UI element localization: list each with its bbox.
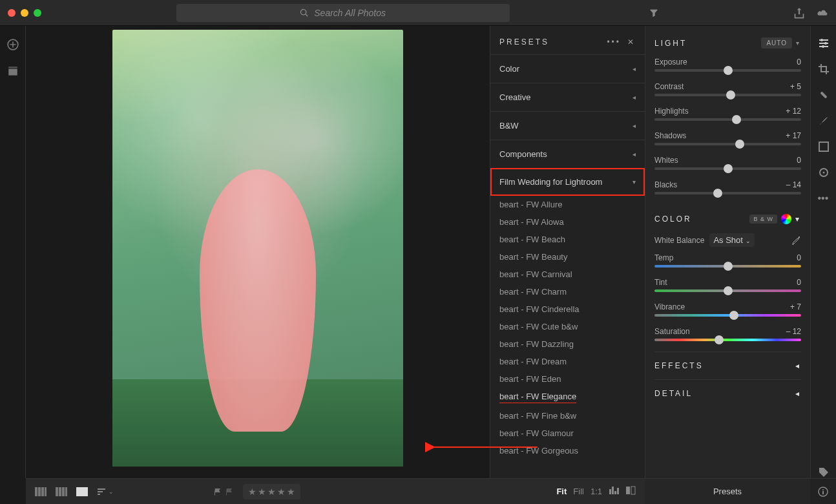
slider-thumb[interactable] [732,115,741,124]
preset-item[interactable]: beart - FW Charm [490,283,645,300]
zoom-1to1-button[interactable]: 1:1 [590,487,602,496]
window-controls [8,9,41,17]
preset-group[interactable]: Color◂ [490,54,645,83]
star-icon[interactable]: ★ [277,487,286,497]
zoom-fit-button[interactable]: Fit [556,487,567,496]
chevron-down-icon[interactable]: ▾ [796,39,801,47]
search-icon [300,8,309,17]
preset-group[interactable]: Creative◂ [490,83,645,111]
color-wheel-icon[interactable] [781,214,791,224]
slider-thumb[interactable] [726,90,735,100]
slider-track[interactable] [654,69,801,72]
svg-point-5 [824,42,827,45]
image-canvas[interactable] [26,26,490,478]
share-icon[interactable] [793,7,805,19]
preset-item[interactable]: beart - FW Carnival [490,266,645,283]
compare-view-button[interactable] [56,487,67,496]
more-tools-icon[interactable]: ••• [818,193,830,204]
slider-label: Highlights [654,107,689,116]
before-after-icon[interactable] [625,485,636,496]
slider-whites: Whites0 [654,156,801,170]
slider-thumb[interactable] [713,189,722,198]
close-window-icon[interactable] [8,9,16,17]
slider-saturation: Saturation– 12 [654,327,801,341]
album-icon[interactable] [7,66,19,78]
slider-label: Contrast [654,82,684,91]
grid-view-button[interactable] [35,487,47,496]
slider-track[interactable] [654,289,801,292]
slider-track[interactable] [654,143,801,145]
slider-thumb[interactable] [724,262,733,271]
preset-item[interactable]: beart - FW Eden [490,370,645,388]
bottom-presets-button[interactable]: Presets [645,478,810,504]
eyedropper-icon[interactable] [791,235,801,246]
brush-icon[interactable] [818,115,830,127]
slider-thumb[interactable] [735,140,744,149]
linear-gradient-icon[interactable] [818,141,830,152]
tag-icon[interactable] [818,467,830,478]
slider-track[interactable] [654,265,801,268]
preset-item[interactable]: beart - FW Alowa [490,213,645,231]
search-input[interactable]: Search All Photos [176,4,510,22]
zoom-fill-button[interactable]: Fill [573,487,584,496]
slider-track[interactable] [654,118,801,121]
light-section-header[interactable]: LIGHT AUTO ▾ [654,26,801,54]
slider-track[interactable] [654,94,801,96]
color-section-header[interactable]: COLOR B & W ▾ [654,205,801,229]
flag-pick-icon[interactable] [213,487,222,496]
star-icon[interactable]: ★ [287,487,295,497]
preset-item[interactable]: beart - FW Cute b&w [490,318,645,335]
zoom-window-icon[interactable] [34,9,41,17]
preset-item[interactable]: beart - FW Gorgeous [490,442,645,459]
adjust-icon[interactable] [818,37,830,49]
presets-more-icon[interactable]: ••• [607,37,621,47]
minimize-window-icon[interactable] [21,9,28,17]
preset-item[interactable]: beart - FW Cinderella [490,300,645,318]
slider-thumb[interactable] [715,335,724,344]
preset-group-expanded[interactable]: Film Wedding for Lightroom ▾ [490,168,645,196]
preset-group-expanded-label: Film Wedding for Lightroom [499,177,602,187]
add-photo-icon[interactable] [7,39,19,50]
preset-group[interactable]: Components◂ [490,140,645,168]
white-balance-select[interactable]: As Shot ⌄ [709,233,754,247]
preset-item[interactable]: beart - FW Allure [490,196,645,213]
preset-item[interactable]: beart - FW Beach [490,231,645,248]
heal-icon[interactable] [818,89,830,101]
star-icon[interactable]: ★ [248,487,256,497]
star-icon[interactable]: ★ [258,487,266,497]
rating-stars[interactable]: ★★★★★ [243,484,300,499]
bottom-info-button[interactable] [810,478,836,504]
preset-item[interactable]: beart - FW Elegance [499,392,576,403]
preset-group[interactable]: B&W◂ [490,111,645,140]
auto-button[interactable]: AUTO [761,37,792,48]
preset-item[interactable]: beart - FW Dazzling [490,335,645,353]
histogram-icon[interactable] [609,485,619,496]
slider-label: Temp [654,253,673,262]
crop-icon[interactable] [818,63,830,75]
effects-section[interactable]: EFFECTS ◂ [654,352,801,379]
slider-shadows: Shadows+ 17 [654,131,801,145]
slider-thumb[interactable] [724,164,733,173]
radial-gradient-icon[interactable] [818,167,830,178]
preset-item[interactable]: beart - FW Beauty [490,248,645,266]
slider-thumb[interactable] [729,311,738,320]
preset-item[interactable]: beart - FW Dream [490,353,645,370]
slider-track[interactable] [654,339,801,341]
sort-button[interactable]: ⌄ [97,488,114,496]
slider-thumb[interactable] [724,66,733,75]
preset-item[interactable]: beart - FW Fine b&w [490,407,645,425]
detail-view-button[interactable] [76,487,88,496]
cloud-icon[interactable] [817,7,828,19]
preset-item[interactable]: beart - FW Glamour [490,425,645,442]
slider-track[interactable] [654,314,801,317]
detail-section[interactable]: DETAIL ◂ [654,379,801,407]
filter-icon[interactable] [649,8,658,17]
slider-thumb[interactable] [724,286,733,295]
chevron-down-icon[interactable]: ▾ [795,215,801,224]
slider-track[interactable] [654,192,801,194]
flag-reject-icon[interactable] [225,487,234,496]
bw-button[interactable]: B & W [749,215,777,224]
slider-track[interactable] [654,167,801,170]
presets-close-icon[interactable]: ✕ [627,37,636,47]
star-icon[interactable]: ★ [267,487,276,497]
